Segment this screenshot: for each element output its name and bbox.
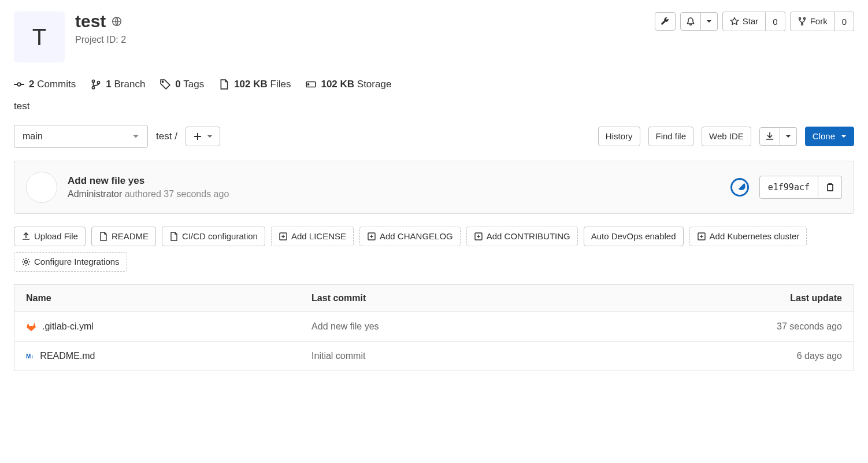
plus-square-icon (697, 232, 706, 241)
file-commit[interactable]: Add new file yes (311, 321, 379, 331)
project-title-block: test Project ID: 2 (75, 12, 644, 45)
files-size: 102 KB (234, 79, 268, 90)
project-avatar-letter: T (32, 24, 46, 50)
chevron-down-icon (785, 134, 791, 139)
commit-meta: Administrator authored 37 seconds ago (68, 189, 720, 199)
header-actions: Star 0 Fork 0 (655, 12, 854, 31)
breadcrumb-root[interactable]: test (156, 131, 172, 142)
star-icon (730, 17, 739, 26)
add-changelog-button[interactable]: Add CHANGELOG (359, 227, 461, 246)
plus-square-icon (279, 232, 288, 241)
commit-author-avatar[interactable] (26, 172, 57, 203)
add-dropdown[interactable] (186, 127, 220, 146)
bell-button[interactable] (680, 12, 701, 31)
clipboard-icon (825, 183, 834, 192)
add-contributing-button[interactable]: Add CONTRIBUTING (466, 227, 578, 246)
download-dropdown[interactable] (759, 127, 797, 146)
files-label: Files (270, 79, 291, 90)
star-group: Star 0 (722, 12, 785, 31)
upload-icon (21, 232, 31, 241)
commits-label: Commits (37, 79, 76, 90)
plus-square-icon (367, 232, 376, 241)
svg-point-3 (801, 24, 803, 25)
download-chevron[interactable] (780, 127, 797, 146)
storage-size: 102 KB (321, 79, 354, 90)
gitlab-file-icon (26, 321, 36, 332)
notification-chevron[interactable] (701, 12, 718, 31)
auto-devops-button[interactable]: Auto DevOps enabled (584, 227, 684, 246)
branches-count: 1 (106, 79, 111, 90)
chevron-down-icon (132, 133, 139, 140)
configure-integrations-button[interactable]: Configure Integrations (14, 252, 127, 272)
file-table: Name Last commit Last update .gitlab-ci.… (14, 284, 854, 371)
commit-authored-word: authored (125, 189, 161, 199)
commit-sha-group: e1f99acf (759, 176, 842, 199)
file-updated: 37 seconds ago (777, 321, 842, 331)
plus-square-icon (474, 232, 483, 241)
plus-icon (193, 132, 202, 141)
col-name: Name (14, 285, 301, 312)
storage-stat[interactable]: 102 KB Storage (306, 79, 391, 90)
files-stat[interactable]: 102 KB Files (219, 79, 291, 90)
fork-label: Fork (810, 16, 828, 27)
web-ide-button[interactable]: Web IDE (702, 127, 751, 146)
commits-stat[interactable]: 2 Commits (14, 79, 76, 90)
project-stats: 2 Commits 1 Branch 0 Tags 102 KB Files 1… (14, 79, 854, 90)
table-row[interactable]: M↓ README.md Initial commit 6 days ago (14, 342, 854, 371)
readme-button[interactable]: README (91, 227, 156, 246)
svg-point-6 (92, 87, 95, 89)
commit-sha[interactable]: e1f99acf (759, 176, 818, 199)
add-license-button[interactable]: Add LICENSE (271, 227, 354, 246)
branch-select[interactable]: main (14, 125, 148, 148)
project-header: T test Project ID: 2 (14, 12, 854, 62)
tags-label: Tags (183, 79, 204, 90)
fork-icon (797, 17, 807, 26)
svg-point-2 (803, 18, 805, 20)
clone-button[interactable]: Clone (805, 127, 854, 146)
chevron-down-icon (207, 134, 213, 139)
fork-button[interactable]: Fork (790, 12, 835, 31)
table-row[interactable]: .gitlab-ci.yml Add new file yes 37 secon… (14, 312, 854, 342)
col-update: Last update (580, 285, 854, 312)
storage-icon (306, 79, 316, 90)
svg-rect-11 (828, 184, 833, 191)
chevron-down-icon (706, 18, 712, 24)
upload-file-button[interactable]: Upload File (14, 227, 86, 246)
tree-controls: main test / History Find file Web IDE (14, 125, 854, 148)
copy-sha-button[interactable] (818, 176, 842, 199)
add-kubernetes-button[interactable]: Add Kubernetes cluster (689, 227, 807, 246)
branches-stat[interactable]: 1 Branch (91, 79, 145, 90)
download-button[interactable] (759, 127, 780, 146)
tags-stat[interactable]: 0 Tags (160, 79, 204, 90)
bell-icon (686, 17, 695, 26)
file-commit[interactable]: Initial commit (311, 351, 365, 361)
file-name: .gitlab-ci.yml (42, 321, 94, 332)
project-name: test (75, 12, 106, 31)
last-commit: Add new file yes Administrator authored … (14, 161, 854, 214)
branch-icon (91, 79, 101, 90)
file-updated: 6 days ago (797, 351, 842, 361)
download-icon (765, 132, 774, 141)
pipeline-running-icon[interactable] (730, 178, 749, 197)
commit-author[interactable]: Administrator (68, 189, 122, 199)
notification-dropdown[interactable] (680, 12, 718, 31)
markdown-file-icon: M↓ (26, 353, 34, 360)
star-count[interactable]: 0 (766, 12, 785, 31)
breadcrumb-separator: / (175, 131, 177, 142)
branches-label: Branch (114, 79, 145, 90)
find-file-button[interactable]: Find file (648, 127, 694, 146)
cicd-config-button[interactable]: CI/CD configuration (162, 227, 265, 246)
commits-icon (14, 79, 24, 90)
table-header-row: Name Last commit Last update (14, 285, 854, 312)
commit-title[interactable]: Add new file yes (68, 175, 720, 187)
svg-point-8 (162, 81, 164, 82)
history-button[interactable]: History (598, 127, 640, 146)
commit-time: 37 seconds ago (164, 189, 229, 199)
fork-count[interactable]: 0 (835, 12, 854, 31)
file-name: README.md (40, 351, 95, 361)
svg-point-7 (98, 82, 100, 84)
svg-point-16 (25, 261, 28, 264)
settings-button[interactable] (655, 12, 676, 31)
star-button[interactable]: Star (722, 12, 766, 31)
project-id: Project ID: 2 (75, 35, 644, 45)
